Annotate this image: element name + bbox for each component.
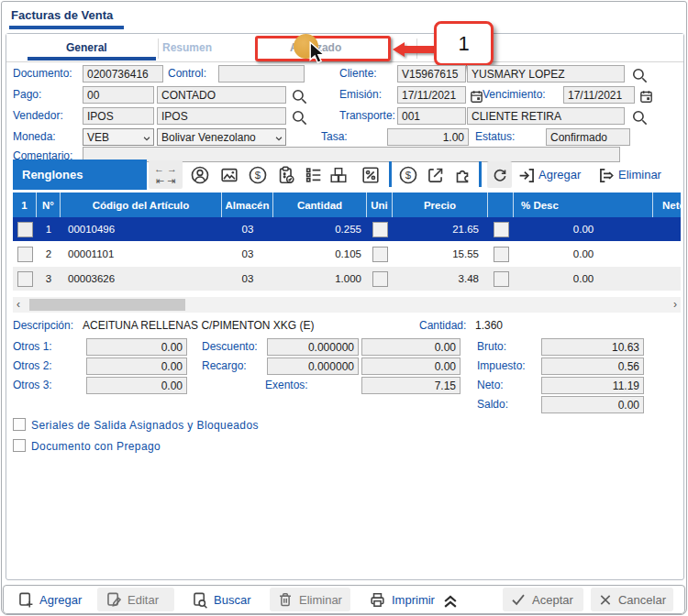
- cell-num: 2: [37, 242, 61, 266]
- descuento-input[interactable]: 0.00: [361, 338, 461, 356]
- cell-uni[interactable]: [367, 242, 393, 266]
- check-icon: [510, 591, 527, 608]
- scrollbar-thumb[interactable]: [29, 299, 185, 311]
- grid-eliminar-button[interactable]: Eliminar: [618, 168, 661, 182]
- emision-input[interactable]: 17/11/2021: [397, 86, 466, 104]
- column-fit-icon[interactable]: ← →⇤ ⇥: [149, 160, 183, 189]
- row-select-cell[interactable]: [13, 267, 37, 291]
- col-header-desc[interactable]: % Desc: [514, 192, 653, 217]
- col-header-precio[interactable]: Precio: [393, 192, 488, 217]
- aceptar-button[interactable]: Aceptar: [503, 588, 583, 611]
- order-check-icon[interactable]: [275, 164, 297, 186]
- flag-checkbox[interactable]: [494, 247, 509, 262]
- vendedor-search-icon[interactable]: [288, 106, 310, 128]
- price-icon[interactable]: $: [247, 164, 269, 186]
- recargo-factor-input[interactable]: 0.000000: [267, 358, 359, 375]
- cell-uni[interactable]: [367, 267, 393, 291]
- cell-flag[interactable]: [488, 217, 514, 241]
- tasa-input[interactable]: 1.00: [387, 128, 469, 146]
- tab-general[interactable]: General: [66, 41, 107, 54]
- cell-codigo: 00010496: [61, 217, 222, 241]
- documento-input[interactable]: 0200736416: [83, 65, 163, 82]
- eliminar-button[interactable]: Eliminar: [270, 588, 350, 611]
- vendedor-code-input[interactable]: IPOS: [83, 107, 154, 125]
- image-icon[interactable]: [218, 164, 240, 186]
- stock-icon[interactable]: [327, 164, 350, 186]
- otros3-input[interactable]: 0.00: [86, 377, 187, 394]
- export-icon[interactable]: [424, 164, 446, 186]
- uni-checkbox[interactable]: [372, 271, 388, 287]
- currency-icon[interactable]: $: [397, 164, 419, 186]
- pago-name-input[interactable]: CONTADO: [157, 86, 286, 104]
- moneda-name-select[interactable]: Bolivar Venezolano: [157, 128, 286, 146]
- horizontal-scrollbar[interactable]: ‹ ›: [13, 297, 681, 313]
- editar-button[interactable]: Editar: [97, 588, 174, 611]
- cell-flag[interactable]: [488, 242, 514, 266]
- row-selector[interactable]: [17, 247, 33, 262]
- cliente-code-input[interactable]: V15967615: [397, 65, 466, 82]
- refresh-icon[interactable]: [487, 161, 512, 188]
- col-header-cantidad[interactable]: Cantidad: [273, 192, 367, 217]
- col-header-num[interactable]: N°: [37, 192, 61, 217]
- row-select-cell[interactable]: [13, 217, 37, 241]
- table-row[interactable]: 2 00001101 03 0.105 15.55 0.00: [13, 242, 681, 266]
- collapse-toolbar-icon[interactable]: [439, 590, 461, 612]
- add-row-icon[interactable]: [516, 164, 538, 186]
- flag-checkbox[interactable]: [494, 271, 509, 287]
- cell-codigo: 00003626: [61, 267, 222, 291]
- row-select-cell[interactable]: [13, 242, 37, 266]
- row-selector[interactable]: [17, 222, 33, 237]
- cell-flag[interactable]: [488, 267, 514, 291]
- transporte-code-input[interactable]: 001: [397, 107, 466, 125]
- transporte-name-input[interactable]: CLIENTE RETIRA: [467, 107, 625, 125]
- col-header-neto[interactable]: Neto: [653, 192, 681, 217]
- scroll-right-icon[interactable]: ›: [673, 298, 677, 311]
- customer-icon[interactable]: [189, 164, 211, 186]
- imprimir-button[interactable]: Imprimir: [361, 588, 442, 611]
- control-input[interactable]: [218, 65, 305, 82]
- delete-row-icon[interactable]: [595, 164, 617, 186]
- pago-search-icon[interactable]: [288, 85, 310, 107]
- pago-code-input[interactable]: 00: [83, 86, 154, 104]
- list-icon[interactable]: [303, 164, 325, 186]
- table-row[interactable]: 3 00003626 03 1.000 3.48 0.00: [13, 267, 681, 291]
- table-row[interactable]: 1 00010496 03 0.255 21.65 0.00: [13, 217, 681, 241]
- cliente-name-input[interactable]: YUSMARY LOPEZ: [467, 65, 625, 82]
- prepago-checkbox[interactable]: [13, 439, 26, 452]
- col-header-codigo[interactable]: Código del Artículo: [61, 192, 222, 217]
- vencimiento-input[interactable]: 17/11/2021: [563, 86, 635, 104]
- cell-precio: 21.65: [393, 217, 488, 241]
- neto-label: Neto:: [477, 379, 504, 391]
- vencimiento-calendar-icon[interactable]: [635, 85, 657, 107]
- recargo-input[interactable]: 0.00: [361, 358, 461, 375]
- moneda-code-select[interactable]: VEB: [83, 128, 154, 146]
- scroll-left-icon[interactable]: ‹: [17, 298, 20, 311]
- transporte-search-icon[interactable]: [628, 106, 650, 128]
- discount-icon[interactable]: [360, 164, 382, 186]
- chevron-down-icon: [142, 133, 151, 146]
- addon-icon[interactable]: [451, 164, 473, 186]
- col-header-sel[interactable]: 1: [13, 192, 37, 217]
- row-selector[interactable]: [17, 271, 33, 287]
- uni-checkbox[interactable]: [372, 247, 388, 262]
- otros1-label: Otros 1:: [13, 340, 52, 353]
- page-title: Facturas de Venta: [11, 8, 113, 22]
- col-header-uni[interactable]: Uni: [367, 192, 393, 217]
- buscar-button[interactable]: Buscar: [183, 588, 258, 611]
- otros1-input[interactable]: 0.00: [86, 338, 187, 356]
- cell-uni[interactable]: [367, 217, 393, 241]
- saldo-label: Saldo:: [477, 398, 508, 411]
- cancelar-button[interactable]: Cancelar: [591, 588, 673, 611]
- uni-checkbox[interactable]: [372, 222, 388, 237]
- seriales-checkbox[interactable]: [13, 418, 26, 431]
- otros2-input[interactable]: 0.00: [86, 358, 187, 375]
- tab-resumen[interactable]: Resumen: [162, 41, 212, 54]
- col-header-almacen[interactable]: Almacén: [222, 192, 273, 217]
- cliente-search-icon[interactable]: [628, 64, 650, 86]
- descuento-factor-input[interactable]: 0.000000: [267, 338, 359, 356]
- agregar-button[interactable]: Agregar: [9, 588, 89, 611]
- grid-agregar-button[interactable]: Agregar: [538, 168, 581, 182]
- flag-checkbox[interactable]: [494, 222, 509, 237]
- col-header-blank[interactable]: [488, 192, 514, 217]
- vendedor-name-input[interactable]: IPOS: [157, 107, 286, 125]
